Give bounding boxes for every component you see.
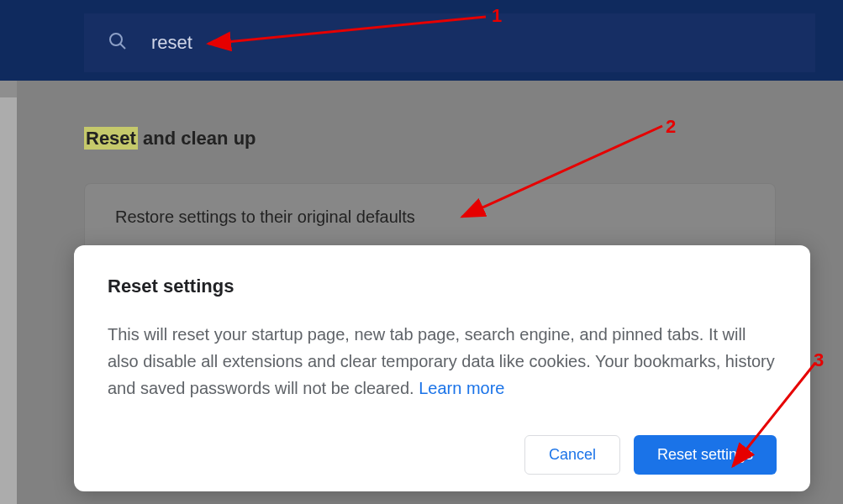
search-icon bbox=[108, 31, 128, 55]
dialog-body: This will reset your startup page, new t… bbox=[108, 321, 777, 402]
dialog-title: Reset settings bbox=[108, 276, 777, 297]
restore-defaults-label: Restore settings to their original defau… bbox=[115, 207, 415, 226]
learn-more-link[interactable]: Learn more bbox=[419, 379, 504, 397]
svg-line-1 bbox=[120, 44, 125, 49]
dialog-button-row: Cancel Reset settings bbox=[108, 435, 777, 475]
cancel-button[interactable]: Cancel bbox=[524, 435, 620, 475]
section-title: Reset and clean up bbox=[84, 128, 776, 150]
settings-search-bar bbox=[0, 0, 843, 81]
svg-point-0 bbox=[110, 34, 122, 45]
reset-settings-dialog: Reset settings This will reset your star… bbox=[74, 245, 810, 491]
section-title-rest: and clean up bbox=[138, 128, 256, 149]
restore-defaults-row[interactable]: Restore settings to their original defau… bbox=[84, 183, 776, 251]
search-highlight: Reset bbox=[84, 127, 138, 150]
search-container[interactable] bbox=[84, 13, 815, 72]
search-input[interactable] bbox=[151, 32, 792, 54]
reset-settings-button[interactable]: Reset settings bbox=[634, 435, 777, 475]
